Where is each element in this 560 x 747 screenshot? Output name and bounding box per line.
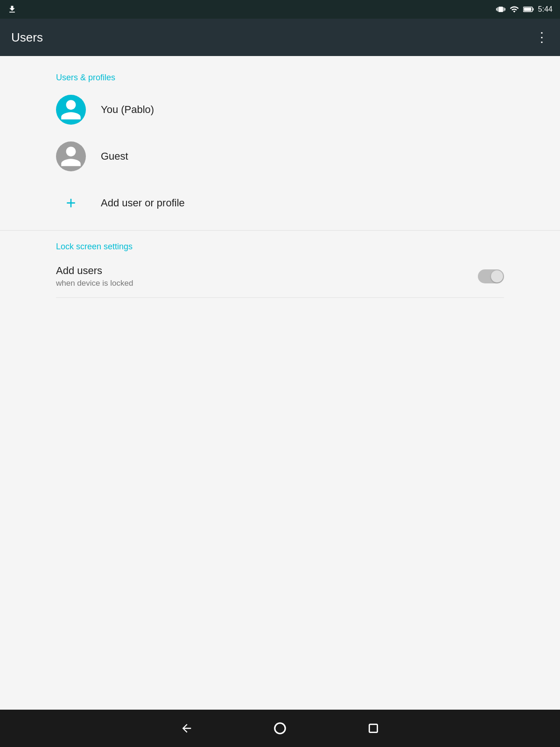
setting-title: Add users bbox=[56, 265, 133, 277]
add-user-text: Add user or profile bbox=[101, 197, 185, 209]
recents-button[interactable] bbox=[364, 719, 383, 738]
user-name-guest: Guest bbox=[101, 150, 128, 162]
avatar-pablo bbox=[56, 95, 86, 125]
page-title: Users bbox=[11, 30, 43, 45]
status-bar-right: 5:44 bbox=[496, 5, 553, 14]
home-button[interactable] bbox=[271, 719, 289, 738]
status-bar: 5:44 bbox=[0, 0, 560, 19]
add-users-toggle[interactable] bbox=[478, 269, 504, 283]
battery-icon bbox=[523, 5, 534, 14]
plus-symbol: + bbox=[66, 195, 76, 211]
vibrate-icon bbox=[496, 5, 505, 14]
setting-divider bbox=[56, 297, 504, 298]
more-options-icon[interactable]: ⋮ bbox=[535, 31, 549, 44]
download-icon bbox=[7, 5, 17, 14]
back-button[interactable] bbox=[177, 719, 196, 738]
toggle-knob bbox=[491, 270, 503, 282]
avatar-guest bbox=[56, 141, 86, 171]
svg-rect-1 bbox=[532, 8, 533, 11]
navigation-bar bbox=[0, 710, 560, 747]
status-bar-left bbox=[7, 5, 17, 14]
svg-rect-2 bbox=[524, 8, 531, 11]
user-item-guest[interactable]: Guest bbox=[0, 133, 560, 180]
wifi-icon bbox=[509, 5, 519, 14]
toolbar: Users ⋮ bbox=[0, 19, 560, 56]
svg-rect-4 bbox=[369, 724, 377, 732]
main-content: Users & profiles You (Pablo) Guest + Add… bbox=[0, 56, 560, 710]
lock-screen-section-header: Lock screen settings bbox=[0, 234, 560, 255]
user-item-pablo[interactable]: You (Pablo) bbox=[0, 86, 560, 133]
user-name-pablo: You (Pablo) bbox=[101, 104, 154, 116]
users-profiles-section-header: Users & profiles bbox=[0, 65, 560, 86]
add-user-item[interactable]: + Add user or profile bbox=[0, 180, 560, 226]
setting-text-group: Add users when device is locked bbox=[56, 265, 133, 288]
plus-icon: + bbox=[56, 188, 86, 218]
status-time: 5:44 bbox=[538, 5, 553, 14]
svg-point-3 bbox=[275, 723, 286, 734]
setting-subtitle: when device is locked bbox=[56, 279, 133, 288]
add-users-setting-item[interactable]: Add users when device is locked bbox=[0, 255, 560, 297]
section-divider bbox=[0, 230, 560, 231]
